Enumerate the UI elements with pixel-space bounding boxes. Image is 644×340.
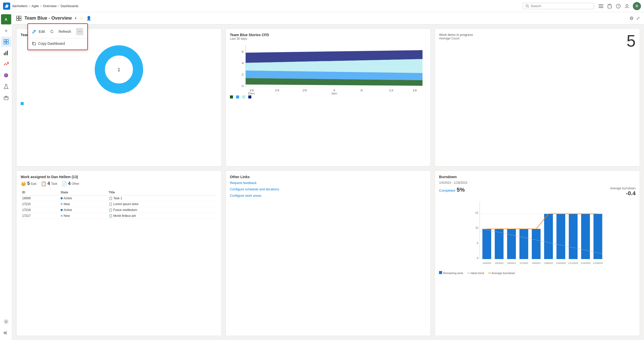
legend-avg-burndown: Average burndown <box>488 271 515 275</box>
sidebar-item-test[interactable]: T <box>1 70 11 80</box>
svg-text:1/4/2023: 1/4/2023 <box>483 262 491 264</box>
svg-rect-66 <box>532 229 541 259</box>
refresh-icon-inline <box>50 30 54 34</box>
svg-rect-64 <box>507 229 516 259</box>
svg-text:5: 5 <box>477 241 478 244</box>
dashboard-header: Team Blue - Overview ▾ ☆ 👤 Edit <box>12 12 644 24</box>
clipboard-icon[interactable] <box>607 3 612 9</box>
svg-text:29: 29 <box>302 89 307 92</box>
completed-value: 5% <box>457 187 465 193</box>
sidebar-item-packages[interactable] <box>1 93 11 103</box>
sidebar-item-settings[interactable] <box>1 317 11 327</box>
breadcrumb-danhellem[interactable]: danhellem <box>12 4 28 8</box>
search-box[interactable] <box>523 3 594 9</box>
row-title: 📋 Fusce vestibulum <box>107 207 217 213</box>
sidebar-item-boards[interactable] <box>1 37 11 47</box>
svg-text:18: 18 <box>412 89 417 92</box>
svg-text:1/6/2023: 1/6/2023 <box>507 262 516 264</box>
svg-text:1/12/2023: 1/12/2023 <box>581 262 591 264</box>
star-icon[interactable]: ☆ <box>80 16 83 21</box>
cfd-title: Team Blue Stories CFD <box>230 33 269 37</box>
row-title: 📋 Morbi finibus ant <box>107 213 217 219</box>
svg-text:0: 0 <box>241 85 244 88</box>
burndown-avg: Average burndown -0.4 <box>610 187 636 197</box>
svg-text:1/7/2023: 1/7/2023 <box>520 262 528 264</box>
row-id: 17217 <box>21 213 59 219</box>
svg-rect-20 <box>4 97 8 100</box>
burndown-legend: Remaining work Ideal trend Average burnd… <box>439 271 636 275</box>
dashboard-grid: Team Blue_Stories_Iteration 2 - Charts 1 <box>12 24 644 340</box>
svg-rect-65 <box>519 229 528 259</box>
row-state: New <box>59 201 107 207</box>
avatar[interactable]: D <box>633 2 641 10</box>
svg-text:10: 10 <box>475 226 478 229</box>
donut-legend <box>21 102 217 105</box>
task-icon: 📋 <box>41 181 46 187</box>
svg-point-1 <box>526 5 528 7</box>
svg-rect-6 <box>608 5 611 8</box>
help-icon[interactable]: ? <box>615 3 621 9</box>
other-link-item[interactable]: Configure work areas <box>230 194 427 197</box>
more-options-button[interactable]: ··· <box>76 28 83 35</box>
legend-blue <box>236 95 239 99</box>
svg-rect-69 <box>569 214 578 259</box>
legend-dot-blue <box>21 102 24 105</box>
other-link-item[interactable]: Configure schedule and iterations <box>230 187 427 191</box>
sidebar-item-chart[interactable] <box>1 48 11 58</box>
row-id: 17215 <box>21 201 59 207</box>
work-table: ID State Title 16689 Active 📋 Task 1 172… <box>21 190 217 219</box>
copy-dashboard-button[interactable]: Copy Dashboard <box>28 39 87 48</box>
sidebar-item-add[interactable]: ＋ <box>1 25 11 36</box>
assigned-task: 📋 4 Task <box>41 181 57 187</box>
svg-rect-15 <box>4 53 5 55</box>
assigned-summary: 👑 5 Epic 📋 4 Task 📄 4 Other <box>21 181 217 187</box>
sidebar-item-collapse[interactable] <box>1 328 11 338</box>
top-nav: danhellem / Agile / Overview / Dashboard… <box>0 0 644 12</box>
breadcrumb: danhellem / Agile / Overview / Dashboard… <box>12 4 78 8</box>
edit-button[interactable]: Edit Refresh ··· <box>28 26 87 37</box>
person-icon[interactable] <box>624 3 630 9</box>
svg-text:1/11/2023: 1/11/2023 <box>568 262 578 264</box>
sidebar-item-avatar[interactable]: A <box>1 14 11 24</box>
svg-text:0: 0 <box>477 256 478 259</box>
epic-count: 5 <box>27 181 30 186</box>
burndown-dates: 1/4/2023 - 1/18/2023 <box>439 181 636 185</box>
person-badge-icon[interactable]: 👤 <box>86 16 91 21</box>
svg-rect-12 <box>6 39 8 41</box>
other-type: Other <box>72 182 79 186</box>
row-state: Active <box>59 195 107 201</box>
svg-rect-11 <box>4 39 6 41</box>
breadcrumb-sep-1: / <box>29 4 30 8</box>
svg-line-26 <box>34 31 35 31</box>
svg-text:24: 24 <box>275 89 279 92</box>
row-title: 📋 Lorem ipsum dolor <box>107 201 217 207</box>
search-input[interactable] <box>531 4 591 8</box>
dashboard-grid-icon <box>16 16 21 21</box>
table-row: 17216 Active 📋 Fusce vestibulum <box>21 207 217 213</box>
breadcrumb-overview[interactable]: Overview <box>43 4 57 8</box>
table-row: 17217 New 📋 Morbi finibus ant <box>21 213 217 219</box>
row-state: New <box>59 213 107 219</box>
devops-logo[interactable] <box>3 3 10 10</box>
breadcrumb-sep-2: / <box>40 4 42 8</box>
chevron-down-icon[interactable]: ▾ <box>75 16 77 20</box>
cfd-subtitle: Last 30 days <box>230 37 269 40</box>
other-icon: 📄 <box>61 181 67 187</box>
sidebar-item-flask[interactable] <box>1 81 11 92</box>
sidebar-item-trending[interactable] <box>1 59 11 69</box>
svg-point-21 <box>5 321 7 322</box>
settings-icon[interactable]: ⚙ <box>629 16 634 21</box>
svg-rect-24 <box>17 19 19 21</box>
other-link-item[interactable]: Request feedback <box>230 181 427 185</box>
breadcrumb-agile[interactable]: Agile <box>32 4 39 8</box>
list-icon[interactable] <box>598 3 604 9</box>
work-items-top: Work items in progress Average Count 5 <box>439 33 636 49</box>
breadcrumb-dashboards[interactable]: Dashboards <box>61 4 78 8</box>
svg-rect-71 <box>594 214 602 259</box>
svg-rect-27 <box>33 42 36 45</box>
other-links-list: Request feedbackConfigure schedule and i… <box>230 181 427 197</box>
fullscreen-icon[interactable]: ⤢ <box>636 16 640 21</box>
legend-darkgreen <box>230 95 233 99</box>
row-id: 16689 <box>21 195 59 201</box>
widget-other-links: Other Links Request feedbackConfigure sc… <box>226 171 431 336</box>
